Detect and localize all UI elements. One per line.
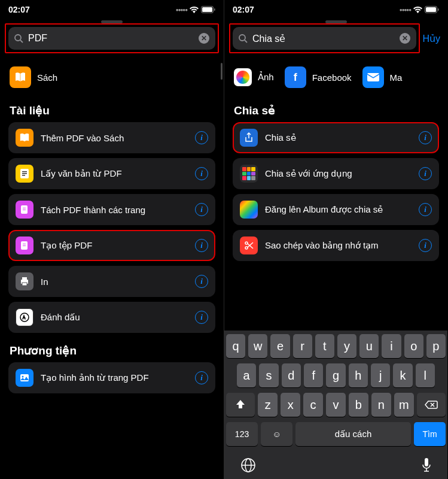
action-label: Lấy văn bản từ PDF [41, 168, 188, 179]
status-icons: ●●●●● [176, 6, 215, 13]
share-icon [240, 129, 258, 147]
cancel-button[interactable]: Hủy [422, 33, 440, 44]
action-item[interactable]: Lấy văn bản từ PDFi [8, 158, 215, 189]
scrollbar[interactable] [221, 63, 223, 80]
key-c[interactable]: c [303, 393, 323, 417]
search-field[interactable]: ✕ [8, 27, 215, 50]
info-button[interactable]: i [195, 203, 208, 216]
clear-search-button[interactable]: ✕ [400, 33, 410, 44]
cell-dots-icon: ●●●●● [400, 7, 411, 13]
app-item-anh[interactable]: Ảnh [234, 66, 274, 88]
info-button[interactable]: i [195, 371, 208, 384]
clock: 02:07 [8, 5, 30, 14]
key-q[interactable]: q [226, 334, 245, 358]
key-b[interactable]: b [349, 393, 368, 417]
mail-app-icon [362, 66, 384, 88]
svg-rect-11 [23, 208, 26, 208]
key-i[interactable]: i [382, 334, 401, 358]
action-item[interactable]: Sao chép vào bảng nhớ tạmi [233, 230, 439, 261]
key-o[interactable]: o [404, 334, 423, 358]
action-label: Chia sẻ [265, 132, 412, 143]
phone-right: 02:07 ●●●●● ✕ Hủy Ảnh f [224, 0, 447, 479]
info-button[interactable]: i [195, 131, 208, 144]
action-item[interactable]: Đăng lên Album được chia sẻi [233, 194, 439, 225]
info-button[interactable]: i [419, 131, 432, 144]
info-button[interactable]: i [419, 203, 432, 216]
info-button[interactable]: i [195, 239, 208, 252]
battery-icon [201, 6, 215, 13]
search-input[interactable] [28, 33, 194, 44]
action-item[interactable]: Chia sẻi [233, 122, 439, 153]
action-item[interactable]: Thêm PDF vào Sáchi [8, 122, 215, 153]
key-j[interactable]: j [371, 363, 390, 387]
book-icon [16, 129, 33, 147]
shift-key[interactable] [226, 393, 255, 417]
dictation-icon[interactable] [422, 457, 431, 473]
key-u[interactable]: u [359, 334, 379, 358]
svg-rect-12 [23, 210, 26, 210]
svg-point-3 [15, 35, 21, 41]
search-icon [239, 34, 248, 43]
results-scroll[interactable]: Ảnh f Facebook Ma Chia sẻ Chia sẻiChia s… [224, 56, 447, 331]
results-scroll[interactable]: Sách Tài liệu Thêm PDF vào SáchiLấy văn … [0, 56, 224, 479]
scissors-icon [240, 237, 258, 254]
key-p[interactable]: p [426, 334, 446, 358]
key-w[interactable]: w [248, 334, 267, 358]
key-z[interactable]: z [258, 393, 278, 417]
action-label: Chia sẻ với ứng dụng [265, 168, 412, 179]
action-item[interactable]: Ini [8, 266, 215, 297]
info-button[interactable]: i [419, 239, 432, 252]
info-button[interactable]: i [419, 167, 432, 180]
action-item[interactable]: Tạo tệp PDFi [8, 230, 215, 261]
key-e[interactable]: e [270, 334, 289, 358]
key-m[interactable]: m [394, 393, 414, 417]
keyboard: qwertyuiop asdfghjkl zxcvbnm 123 ☺ dấu c… [224, 331, 447, 479]
key-r[interactable]: r [293, 334, 312, 358]
markup-icon [16, 308, 33, 326]
key-d[interactable]: d [282, 363, 301, 387]
key-a[interactable]: a [237, 363, 256, 387]
action-item[interactable]: Tạo hình ảnh từ trang PDFi [8, 362, 215, 393]
info-button[interactable]: i [195, 167, 208, 180]
space-key[interactable]: dấu cách [295, 422, 411, 446]
app-label: Ảnh [258, 72, 274, 83]
key-h[interactable]: h [349, 363, 368, 387]
search-field[interactable]: ✕ [233, 27, 416, 50]
key-g[interactable]: g [326, 363, 345, 387]
split-icon [16, 201, 33, 219]
info-button[interactable]: i [195, 275, 208, 288]
key-l[interactable]: l [416, 363, 435, 387]
key-y[interactable]: y [337, 334, 356, 358]
search-input[interactable] [252, 33, 395, 44]
key-k[interactable]: k [393, 363, 412, 387]
svg-rect-37 [425, 458, 428, 466]
app-item-mail[interactable]: Ma [362, 66, 403, 88]
action-item[interactable]: Chia sẻ với ứng dụngi [233, 158, 439, 189]
app-item-facebook[interactable]: f Facebook [285, 66, 352, 88]
key-f[interactable]: f [304, 363, 323, 387]
wifi-icon [190, 7, 199, 13]
key-n[interactable]: n [371, 393, 391, 417]
key-v[interactable]: v [326, 393, 346, 417]
backspace-key[interactable] [417, 393, 446, 417]
svg-rect-18 [22, 283, 27, 286]
clear-search-button[interactable]: ✕ [199, 33, 209, 44]
info-button[interactable]: i [195, 311, 208, 324]
svg-point-25 [239, 35, 245, 41]
emoji-key[interactable]: ☺ [261, 422, 292, 446]
svg-rect-17 [22, 277, 27, 280]
globe-icon[interactable] [240, 457, 256, 473]
app-item-sach[interactable]: Sách [10, 66, 57, 88]
status-bar: 02:07 ●●●●● [224, 0, 447, 17]
key-s[interactable]: s [259, 363, 278, 387]
numeric-key[interactable]: 123 [226, 422, 258, 446]
search-icon [14, 34, 23, 43]
action-item[interactable]: Tách PDF thành các trangi [8, 194, 215, 225]
return-key[interactable]: Tìm [414, 422, 446, 446]
key-t[interactable]: t [315, 334, 334, 358]
key-x[interactable]: x [281, 393, 300, 417]
grid-icon [240, 165, 258, 183]
action-label: Thêm PDF vào Sách [41, 133, 188, 143]
action-label: Sao chép vào bảng nhớ tạm [265, 240, 412, 251]
action-item[interactable]: Đánh dấui [8, 302, 215, 333]
